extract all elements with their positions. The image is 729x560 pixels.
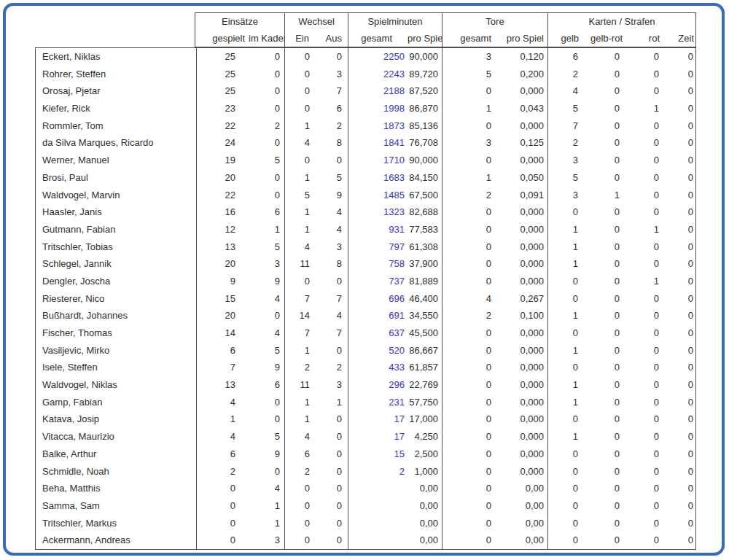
minuten-pro-spiel-cell: 86,667 [408,342,442,359]
gelb-cell: 5 [547,169,582,187]
im-kader-cell: 0 [249,411,284,428]
rot-cell: 0 [624,324,663,342]
aus-cell: 8 [312,255,348,273]
aus-cell: 7 [312,324,348,342]
zeit-cell: 0 [663,290,695,308]
gespielt-cell: 15 [196,290,249,308]
minuten-gesamt-cell: 2 [348,463,408,481]
gelb-rot-cell: 0 [582,411,624,428]
header-group-einsaetze: Einsätze gespielt im Kader [195,13,284,47]
tore-pro-spiel-cell: 0,120 [495,48,547,66]
rot-cell: 0 [624,66,663,83]
player-name-cell: Gutmann, Fabian [36,221,196,238]
rot-cell: 0 [624,187,663,204]
aus-cell: 0 [312,273,348,290]
minuten-pro-spiel-cell: 76,708 [408,134,442,152]
tore-pro-spiel-cell: 0,00 [495,532,547,549]
gespielt-cell: 19 [196,152,249,169]
gelb-rot-cell: 0 [582,117,624,135]
gelb-cell: 0 [547,480,582,497]
aus-cell: 0 [312,446,348,463]
rot-cell: 0 [624,411,663,428]
tore-gesamt-cell: 0 [442,342,495,359]
group-label-einsaetze: Einsätze [195,13,284,30]
gespielt-cell: 22 [196,117,249,135]
column-header-rot: rot [624,30,663,47]
subheader-row: gespielt im Kader [195,30,284,47]
aus-cell: 0 [312,428,348,446]
gespielt-cell: 13 [196,376,249,394]
player-name-cell: Tritschler, Tobias [36,238,196,256]
ein-cell: 2 [284,463,312,481]
ein-cell: 14 [284,307,312,324]
gelb-rot-cell: 0 [582,307,624,324]
table-row: Ackermann, Andreas03000,0000,000000 [36,532,695,549]
table-row: Beha, Matthis04000,0000,000000 [36,480,695,497]
gespielt-cell: 20 [196,255,249,273]
ein-cell: 4 [284,428,312,446]
aus-cell: 2 [312,359,348,376]
column-header-minuten-pro-spiel: pro Spiel [408,30,442,47]
column-header-tore-gesamt: gesamt [443,30,495,47]
tore-pro-spiel-cell: 0,00 [495,515,547,532]
minuten-gesamt-cell: 2188 [348,82,408,100]
table-row: Bußhardt, Johannes20014469134,55020,1001… [36,307,695,324]
player-name-cell: Ackermann, Andreas [36,532,196,549]
player-name-cell: Bußhardt, Johannes [36,307,196,324]
im-kader-cell: 5 [249,152,284,169]
im-kader-cell: 0 [249,134,284,152]
gelb-rot-cell: 0 [582,48,624,66]
gelb-rot-cell: 0 [582,100,624,117]
ein-cell: 6 [284,446,312,463]
tore-gesamt-cell: 0 [442,255,495,273]
minuten-gesamt-cell: 296 [348,376,408,394]
tore-gesamt-cell: 0 [442,411,495,428]
tore-pro-spiel-cell: 0,000 [495,359,547,376]
minuten-pro-spiel-cell: 45,500 [408,324,442,342]
aus-cell: 4 [312,203,348,221]
table-row: Orosaj, Pjetar25007218887,52000,0004000 [36,82,695,100]
gelb-cell: 0 [547,497,582,515]
column-header-zeit: Zeit [663,30,695,47]
player-name-cell: Schmidle, Noah [36,463,196,481]
column-header-aus: Aus [312,30,348,47]
gespielt-cell: 9 [196,273,249,290]
aus-cell: 5 [312,169,348,187]
minuten-gesamt-cell: 433 [348,359,408,376]
player-name-cell: Orosaj, Pjetar [36,82,196,100]
zeit-cell: 0 [663,273,695,290]
header-group-wechsel: Wechsel Ein Aus [284,13,348,47]
tore-pro-spiel-cell: 0,091 [495,187,547,204]
table-row: Riesterer, Nico1547769646,40040,2670000 [36,290,695,308]
tore-gesamt-cell: 0 [442,238,495,256]
zeit-cell: 0 [663,152,695,169]
gelb-rot-cell: 0 [582,203,624,221]
group-label-karten-strafen: Karten / Strafen [548,13,695,30]
tore-gesamt-cell: 4 [442,290,495,308]
gespielt-cell: 0 [196,532,249,549]
tore-pro-spiel-cell: 0,00 [495,497,547,515]
ein-cell: 0 [284,48,312,66]
minuten-gesamt-cell [348,480,408,497]
table-row: Kiefer, Rick23006199886,87010,0435010 [36,100,695,117]
table-row: Vasiljevic, Mirko651052086,66700,0001000 [36,342,695,359]
tore-pro-spiel-cell: 0,000 [495,117,547,135]
table-row: Eckert, Niklas25000225090,00030,1206000 [36,48,695,66]
player-name-cell: Samma, Sam [36,497,196,515]
rot-cell: 0 [624,342,663,359]
minuten-gesamt-cell: 1873 [348,117,408,135]
group-label-wechsel: Wechsel [285,13,348,30]
tore-pro-spiel-cell: 0,200 [495,66,547,83]
ein-cell: 4 [284,134,312,152]
gelb-cell: 1 [547,238,582,256]
tore-pro-spiel-cell: 0,000 [495,463,547,481]
column-header-minuten-gesamt: gesamt [348,30,408,47]
player-name-cell: Katava, Josip [36,411,196,428]
gelb-cell: 4 [547,82,582,100]
minuten-gesamt-cell [348,532,408,549]
aus-cell: 3 [312,238,348,256]
im-kader-cell: 0 [249,66,284,83]
im-kader-cell: 1 [249,515,284,532]
gelb-cell: 0 [547,532,582,549]
minuten-pro-spiel-cell: 22,769 [408,376,442,394]
